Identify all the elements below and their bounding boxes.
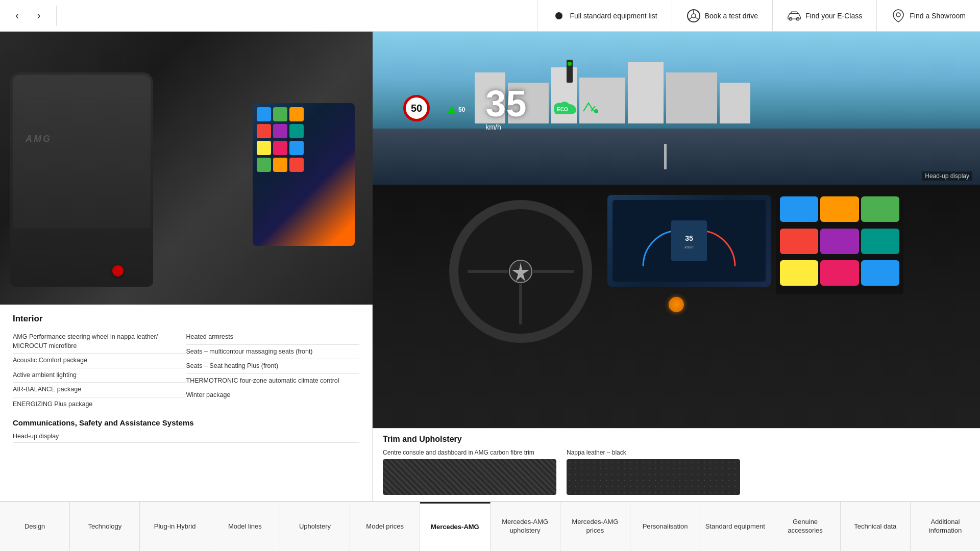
left-feature-col: AMG Performance steering wheel in nappa … [13,330,186,411]
tablet-screen [253,103,355,246]
full-equipment-label: Full standard equipment list [570,12,657,20]
trim-carbon-label: Centre console and dashboard in AMG carb… [383,449,556,456]
steering-wheel [449,200,592,343]
trim-option-carbon: Centre console and dashboard in AMG carb… [383,449,556,495]
steering-wheel-icon [687,9,701,23]
svg-point-9 [594,109,598,113]
steering-wheel-container [449,200,602,353]
amg-logo: AMG [26,134,52,144]
right-feature-col: Heated armrests Seats – multicontour mas… [186,330,360,411]
eco-icons: ECO [552,101,601,115]
full-equipment-link[interactable]: Full standard equipment list [537,0,672,32]
find-showroom-label: Find a Showroom [910,12,966,20]
svg-point-1 [692,14,696,18]
hud-image: 50 50 35 km/h [373,32,980,185]
feature-item: Active ambient lighting [13,368,186,383]
red-button [112,265,124,277]
nav-divider [56,6,57,26]
trim-section: Trim and Upholstery Centre console and d… [373,428,980,501]
tab-technology[interactable]: Technology [70,502,140,551]
speed-limit-sign: 50 [403,95,430,121]
speed-arrow-up [448,106,456,113]
interior-section-title: Interior [13,314,359,324]
dot-icon [552,9,566,23]
trim-nappa-label: Nappa leather – black [567,449,740,456]
trim-carbon-swatch [383,459,556,495]
book-test-label: Book a test drive [705,12,758,20]
steering-spoke-right [533,270,574,273]
features-grid: AMG Performance steering wheel in nappa … [13,330,359,411]
trim-nappa-swatch [567,459,740,495]
feature-item: Seats – Seat heating Plus (front) [186,359,360,374]
trim-section-title: Trim and Upholstery [383,435,970,444]
svg-point-7 [896,13,900,17]
trim-option-nappa: Nappa leather – black [567,449,740,495]
next-button[interactable]: › [32,7,45,25]
trim-options: Centre console and dashboard in AMG carb… [383,449,970,495]
infotainment-screen [776,192,903,294]
interior-image: AMG [0,32,373,305]
svg-line-4 [695,17,699,20]
svg-text:35: 35 [685,234,693,242]
left-info-panel: Interior AMG Performance steering wheel … [0,305,372,501]
mercedes-star-icon [508,259,533,284]
hud-overlay: 50 50 35 km/h [373,32,980,185]
car-icon [787,9,801,23]
find-eclass-link[interactable]: Find your E-Class [772,0,876,32]
svg-text:km/h: km/h [684,245,693,249]
tab-mercedes-amg[interactable]: Mercedes-AMG [420,502,490,551]
right-panel: 50 50 35 km/h [373,32,980,501]
top-navigation: ‹ › Full standard equipment list Book a [0,0,980,32]
tab-model-lines[interactable]: Model lines [210,502,280,551]
feature-item: Seats – multicontour massaging seats (fr… [186,345,360,360]
instrument-display: 35 km/h [612,200,766,282]
tab-upholstery[interactable]: Upholstery [280,502,350,551]
speed-arrows: 50 [448,106,465,113]
speed-limit-small: 50 [458,106,465,113]
feature-item: AMG Performance steering wheel in nappa … [13,330,186,354]
speed-unit: km/h [485,123,501,131]
feature-item: Acoustic Comfort package [13,354,186,368]
comms-section-title: Communications, Safety and Assistance Sy… [13,418,359,427]
steering-spoke-left [468,270,508,273]
steering-spoke-bottom [519,284,522,324]
tab-genuine-accessories[interactable]: Genuine accessories [770,502,840,551]
nav-arrows: ‹ › [0,7,56,25]
left-panel: AMG [0,32,373,501]
main-content: AMG [0,32,980,501]
find-showroom-link[interactable]: Find a Showroom [876,0,980,32]
prev-button[interactable]: ‹ [10,7,24,25]
svg-line-3 [688,17,692,20]
speed-value: 35 [485,85,526,122]
feature-item: AIR-BALANCE package [13,383,186,397]
tab-mercedes-amg-prices[interactable]: Mercedes-AMG prices [560,502,630,551]
speed-display: 35 km/h [485,85,526,131]
feature-item: Heated armrests [186,330,360,345]
seat-back [13,75,151,228]
amber-control-knob [669,297,684,312]
tab-design[interactable]: Design [0,502,70,551]
tab-personalisation[interactable]: Personalisation [630,502,700,551]
cockpit-image: 35 km/h [373,185,980,501]
find-eclass-label: Find your E-Class [805,12,862,20]
feature-item: Winter package [186,388,360,403]
tab-technical-data[interactable]: Technical data [841,502,911,551]
tab-model-prices[interactable]: Model prices [350,502,420,551]
location-icon [891,9,905,23]
tab-additional-information[interactable]: Additional information [911,502,980,551]
feature-item: ENERGIZING Plus package [13,397,186,412]
book-test-link[interactable]: Book a test drive [672,0,772,32]
nav-links: Full standard equipment list Book a test… [537,0,980,32]
tab-plugin-hybrid[interactable]: Plug-in Hybrid [140,502,210,551]
tab-standard-equipment[interactable]: Standard equipment [700,502,770,551]
bottom-tabs: Design Technology Plug-in Hybrid Model l… [0,501,980,551]
tab-mercedes-amg-upholstery[interactable]: Mercedes-AMG upholstery [491,502,560,551]
instrument-cluster: 35 km/h [607,195,771,287]
feature-item: THERMOTRONIC four-zone automatic climate… [186,374,360,389]
hud-caption: Head-up display [922,171,972,181]
svg-text:ECO: ECO [557,107,568,112]
head-up-display-item: Head-up display [13,430,359,443]
